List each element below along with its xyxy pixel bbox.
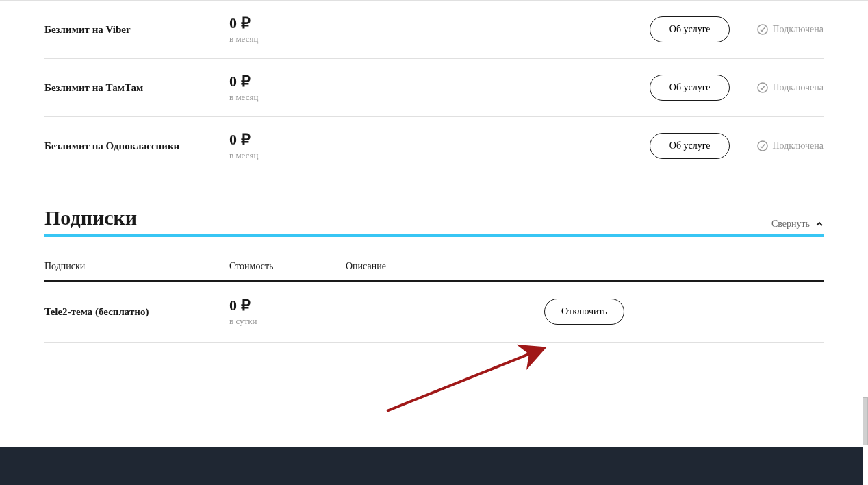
status-label: Подключена (772, 24, 824, 35)
check-circle-icon (757, 82, 768, 93)
check-circle-icon (757, 24, 768, 35)
status-connected: Подключена (757, 140, 824, 151)
status-connected: Подключена (757, 24, 824, 35)
price-period: в месяц (229, 92, 496, 103)
subscriptions-table-header: Подписки Стоимость Описание (44, 254, 824, 282)
column-header-cost: Стоимость (229, 261, 346, 272)
service-price: 0 ₽ в месяц (229, 131, 496, 161)
service-name: Безлимит на ТамТам (44, 82, 229, 94)
scrollbar[interactable] (863, 397, 868, 445)
service-price: 0 ₽ в месяц (229, 14, 496, 45)
svg-point-1 (758, 83, 767, 92)
price-amount: 0 ₽ (229, 131, 496, 149)
price-amount: 0 ₽ (229, 73, 496, 90)
disable-button[interactable]: Отключить (544, 299, 624, 325)
svg-point-0 (758, 25, 767, 34)
service-name: Безлимит на Одноклассники (44, 140, 229, 152)
service-row: Безлимит на ТамТам 0 ₽ в месяц Об услуге… (44, 59, 824, 117)
price-period: в сутки (229, 316, 346, 327)
service-name: Безлимит на Viber (44, 24, 229, 36)
about-service-button[interactable]: Об услуге (650, 75, 730, 101)
price-period: в месяц (229, 34, 496, 45)
column-header-description: Описание (346, 261, 824, 272)
collapse-toggle[interactable]: Свернуть (771, 219, 824, 229)
service-row: Безлимит на Одноклассники 0 ₽ в месяц Об… (44, 117, 824, 175)
check-circle-icon (757, 140, 768, 151)
chevron-up-icon (815, 220, 824, 228)
accent-divider (44, 234, 824, 237)
price-period: в месяц (229, 150, 496, 161)
status-label: Подключена (772, 140, 824, 151)
price-amount: 0 ₽ (229, 14, 496, 32)
section-title: Подписки (44, 206, 137, 229)
subscription-row: Tele2-тема (бесплатно) 0 ₽ в сутки Отклю… (44, 282, 824, 343)
about-service-button[interactable]: Об услуге (650, 133, 730, 159)
footer-bar (0, 447, 863, 485)
collapse-label: Свернуть (771, 219, 810, 229)
service-price: 0 ₽ в месяц (229, 73, 496, 103)
subscription-price: 0 ₽ в сутки (229, 297, 346, 327)
svg-line-3 (387, 348, 544, 411)
status-label: Подключена (772, 82, 824, 93)
section-header: Подписки Свернуть (44, 206, 824, 234)
about-service-button[interactable]: Об услуге (650, 16, 730, 42)
price-amount: 0 ₽ (229, 297, 346, 314)
annotation-arrow-icon (380, 336, 558, 418)
subscription-name: Tele2-тема (бесплатно) (44, 306, 229, 318)
svg-point-2 (758, 141, 767, 151)
column-header-subscriptions: Подписки (44, 261, 229, 272)
service-row: Безлимит на Viber 0 ₽ в месяц Об услуге … (44, 1, 824, 59)
status-connected: Подключена (757, 82, 824, 93)
